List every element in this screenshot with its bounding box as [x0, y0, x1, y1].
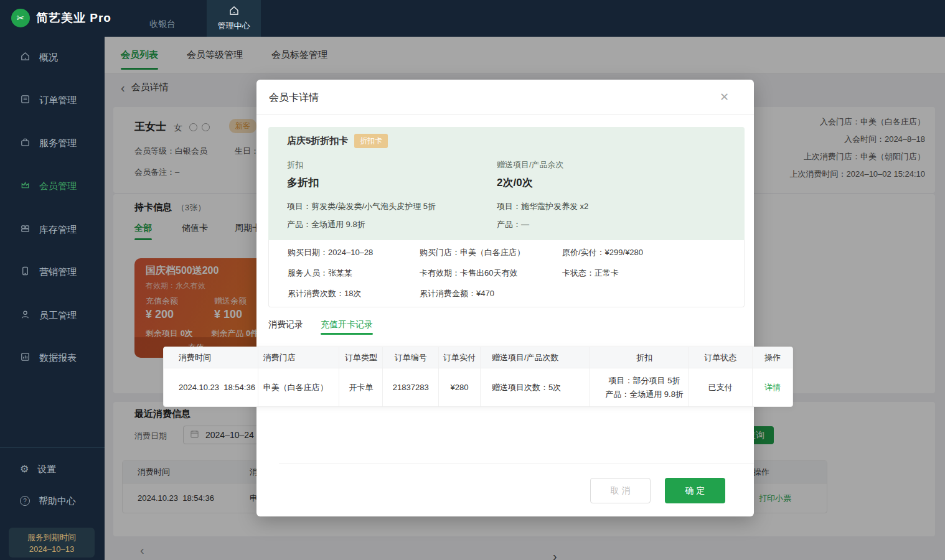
sidebar-item-label: 设置 [37, 464, 56, 475]
brand: ✂ 简艺美业 Pro [11, 9, 111, 27]
col-time: 消费时间 [164, 347, 258, 368]
home-icon [228, 5, 240, 18]
discount-items: 项目：剪发类/染发类/小气泡头皮护理 5折 [287, 201, 436, 212]
sidebar-item-orders[interactable]: 订单管理 [0, 91, 105, 109]
discount-value: 多折扣 [287, 175, 319, 190]
service-staff: 服务人员：张某某 [288, 268, 352, 279]
card-validity: 卡有效期：卡售出60天有效 [420, 268, 517, 279]
sidebar: 概况 订单管理 服务管理 会员管理 库存管理 营销管理 员工管理 数据报表 ⚙ … [0, 37, 105, 560]
marketing-phone-icon [20, 266, 31, 278]
gear-icon: ⚙ [20, 464, 29, 474]
sidebar-item-label: 概况 [39, 52, 58, 63]
sidebar-item-settings[interactable]: ⚙ 设置 [0, 460, 105, 478]
sidebar-item-label: 帮助中心 [39, 495, 76, 507]
records-table-header: 消费时间 消费门店 订单类型 订单编号 订单实付 赠送项目/产品次数 折扣 订单… [164, 347, 792, 368]
sidebar-item-label: 员工管理 [39, 310, 77, 322]
col-gift-counts: 赠送项目/产品次数 [481, 347, 590, 368]
col-store: 消费门店 [258, 347, 340, 368]
card-summary-white: 购买日期：2024–10–28 购买门店：申美（白各庄店） 原价/实付：¥299… [268, 240, 745, 307]
total-visits: 累计消费次数：18次 [288, 288, 361, 299]
gift-remaining-value: 2次/0次 [497, 175, 533, 190]
row-gift-counts: 赠送项目次数：5次 [481, 368, 590, 406]
row-time: 2024.10.23 18:54:36 [164, 368, 258, 406]
row-order-type: 开卡单 [339, 368, 383, 406]
order-icon [20, 94, 31, 106]
total-amount: 累计消费金额：¥470 [420, 288, 494, 299]
sidebar-item-label: 库存管理 [39, 224, 77, 236]
row-detail-link[interactable]: 详情 [764, 382, 781, 393]
col-paid: 订单实付 [439, 347, 481, 368]
gift-products: 产品：— [497, 219, 529, 230]
cancel-button[interactable]: 取 消 [590, 478, 651, 503]
member-crown-icon [20, 180, 31, 192]
gift-remaining-label: 赠送项目/产品余次 [497, 159, 564, 170]
staff-person-icon [20, 309, 31, 322]
sidebar-item-staff[interactable]: 员工管理 [0, 307, 105, 324]
discount-products: 产品：全场通用 9.8折 [287, 219, 365, 230]
close-icon[interactable]: ✕ [720, 90, 729, 104]
sidebar-item-help[interactable]: ? 帮助中心 [0, 492, 105, 510]
col-discount: 折扣 [590, 347, 689, 368]
records-table: 消费时间 消费门店 订单类型 订单编号 订单实付 赠送项目/产品次数 折扣 订单… [163, 347, 793, 407]
row-store: 申美（白各庄店） [258, 368, 340, 406]
tab-consume-records[interactable]: 消费记录 [268, 319, 303, 330]
modal-header: 会员卡详情 ✕ [256, 80, 754, 114]
sidebar-item-inventory[interactable]: 库存管理 [0, 221, 105, 238]
sidebar-item-label: 订单管理 [39, 95, 77, 106]
sidebar-item-overview[interactable]: 概况 [0, 49, 105, 66]
service-icon [20, 137, 31, 149]
service-expiry-date: 2024–10–13 [29, 544, 74, 554]
home-icon [20, 51, 31, 63]
sidebar-item-marketing[interactable]: 营销管理 [0, 263, 105, 281]
nav-cashier-label: 收银台 [149, 19, 176, 30]
col-order-type: 订单类型 [339, 347, 383, 368]
discount-label: 折扣 [287, 159, 303, 170]
sidebar-item-reports[interactable]: 数据报表 [0, 349, 105, 366]
card-summary-green: 店庆5折折扣卡 折扣卡 折扣 赠送项目/产品余次 多折扣 2次/0次 项目：剪发… [268, 127, 745, 240]
purchase-date: 购买日期：2024–10–28 [288, 247, 373, 258]
tab-recharge-records[interactable]: 充值开卡记录 [321, 319, 373, 330]
sidebar-item-label: 会员管理 [39, 180, 77, 192]
top-bar: ✂ 简艺美业 Pro 收银台 管理中心 [0, 0, 945, 37]
sidebar-item-label: 服务管理 [39, 138, 77, 149]
sidebar-divider [0, 447, 105, 448]
modal-footer-divider [279, 464, 754, 464]
brand-name: 简艺美业 Pro [36, 10, 111, 26]
brand-logo-icon: ✂ [11, 9, 30, 27]
col-order-no: 订单编号 [383, 347, 439, 368]
sidebar-item-label: 数据报表 [39, 352, 77, 364]
card-type-badge: 折扣卡 [354, 134, 388, 148]
service-expiry-box: 服务到期时间 2024–10–13 [9, 528, 95, 558]
col-action: 操作 [753, 347, 792, 368]
nav-admin-label: 管理中心 [218, 21, 250, 32]
row-discount: 项目：部分项目 5折 产品：全场通用 9.8折 [590, 368, 689, 406]
card-name: 店庆5折折扣卡 [287, 135, 348, 147]
member-card-detail-modal: 会员卡详情 ✕ 店庆5折折扣卡 折扣卡 折扣 赠送项目/产品余次 多折扣 2次/… [256, 80, 754, 516]
service-expiry-label: 服务到期时间 [27, 532, 76, 543]
row-order-no: 21837283 [383, 368, 439, 406]
sidebar-item-label: 营销管理 [39, 266, 77, 278]
row-paid: ¥280 [439, 368, 481, 406]
card-status: 卡状态：正常卡 [562, 268, 619, 279]
purchase-store: 购买门店：申美（白各庄店） [420, 247, 525, 258]
row-order-status: 已支付 [689, 368, 753, 406]
col-order-status: 订单状态 [689, 347, 753, 368]
help-icon: ? [20, 496, 30, 506]
inventory-icon [20, 223, 31, 236]
records-table-row: 2024.10.23 18:54:36 申美（白各庄店） 开卡单 2183728… [164, 368, 792, 406]
gift-items: 项目：施华蔻护发养发 x2 [497, 201, 588, 212]
price-paid: 原价/实付：¥299/¥280 [562, 247, 643, 258]
report-chart-icon [20, 352, 31, 364]
confirm-button[interactable]: 确 定 [665, 478, 725, 503]
nav-item-admin-center[interactable]: 管理中心 [207, 0, 261, 37]
sidebar-item-services[interactable]: 服务管理 [0, 134, 105, 152]
nav-item-cashier[interactable]: 收银台 [149, 0, 176, 37]
modal-title: 会员卡详情 [269, 91, 319, 105]
sidebar-item-members[interactable]: 会员管理 [0, 177, 105, 195]
